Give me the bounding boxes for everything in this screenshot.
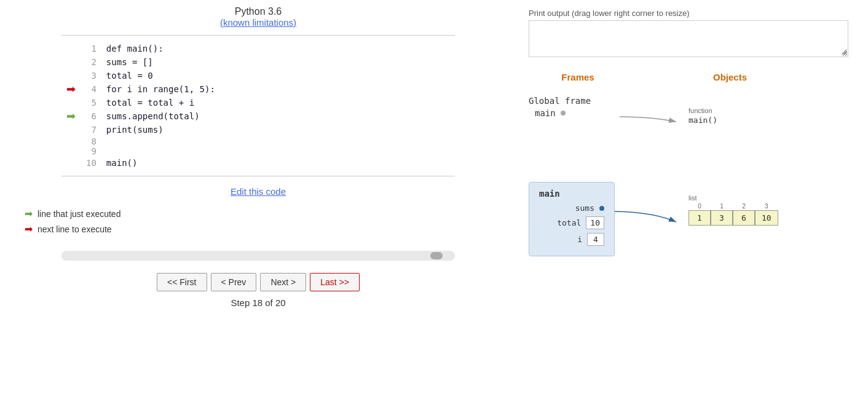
right-panel: Print output (drag lower right corner to…: [516, 0, 868, 394]
print-output-label: Print output (drag lower right corner to…: [529, 9, 868, 18]
sums-row: sums: [539, 203, 604, 213]
list-index-1: 1: [720, 203, 724, 210]
list-cell-3: 3 10: [755, 203, 778, 226]
code-line-5: total = total + i: [106, 96, 455, 109]
green-arrow-6: ➡: [66, 110, 76, 122]
line-num-2: 2: [80, 55, 106, 69]
code-row-8: 8: [61, 136, 455, 146]
code-line-6: sums.append(total): [106, 109, 455, 123]
legend: ➡ line that just executed ➡ next line to…: [25, 208, 120, 238]
green-arrow-icon: ➡: [25, 208, 33, 219]
main-frame-title: main: [539, 189, 604, 199]
line-num-7: 7: [80, 123, 106, 136]
i-row: i 4: [539, 233, 604, 246]
objects-header: Objects: [713, 72, 747, 82]
function-type-label: function: [688, 107, 717, 114]
code-line-1: def main():: [106, 42, 455, 55]
known-limitations-link[interactable]: (known limitations): [220, 17, 296, 28]
list-cell-2: 2 6: [733, 203, 755, 226]
arrow-col-3: [61, 69, 80, 82]
list-cell-0: 0 1: [688, 203, 711, 226]
scrollbar-thumb[interactable]: [430, 252, 443, 259]
red-arrow-4: ➡: [66, 83, 76, 95]
pointer-dot-gray: [561, 111, 566, 116]
i-var-value: 4: [587, 233, 604, 246]
function-object: function main(): [688, 107, 717, 125]
red-arrow-icon: ➡: [25, 223, 33, 235]
code-line-8: [106, 136, 455, 146]
list-val-3: 10: [755, 210, 778, 226]
line-num-8: 8: [80, 136, 106, 146]
line-num-1: 1: [80, 42, 106, 55]
frames-header: Frames: [561, 72, 594, 82]
function-name: main(): [688, 116, 717, 125]
list-index-0: 0: [698, 203, 701, 210]
global-frame-section: Global frame main: [529, 96, 591, 118]
code-line-2: sums = []: [106, 55, 455, 69]
code-table: 1def main():2 sums = []3 total = 0➡4 for…: [61, 42, 455, 170]
code-line-9: [106, 146, 455, 156]
total-var-name: total: [557, 218, 581, 227]
code-row-9: 9: [61, 146, 455, 156]
list-val-2: 6: [733, 210, 755, 226]
code-row-1: 1def main():: [61, 42, 455, 55]
scrollbar-track[interactable]: [61, 251, 455, 261]
arrow-col-2: [61, 55, 80, 69]
list-cell-1: 1 3: [711, 203, 733, 226]
legend-green-label: line that just executed: [37, 209, 120, 219]
list-val-1: 3: [711, 210, 733, 226]
code-area: 1def main():2 sums = []3 total = 0➡4 for…: [61, 35, 455, 176]
main-ref-row: main: [535, 108, 591, 118]
python-title: Python 3.6 (known limitations): [220, 6, 296, 28]
arrow-col-7: [61, 123, 80, 136]
print-output-box[interactable]: ◢: [529, 20, 848, 57]
code-line-7: print(sums): [106, 123, 455, 136]
code-row-6: ➡6 sums.append(total): [61, 109, 455, 123]
list-val-0: 1: [688, 210, 711, 226]
viz-container: Global frame main function main() main s…: [529, 90, 868, 262]
line-num-3: 3: [80, 69, 106, 82]
line-num-6: 6: [80, 109, 106, 123]
main-frame-box: main sums total 10 i 4: [529, 182, 615, 256]
arrow-col-9: [61, 146, 80, 156]
code-line-10: main(): [106, 156, 455, 170]
frames-objects-section: Frames Objects: [529, 72, 868, 262]
legend-green: ➡ line that just executed: [25, 208, 120, 219]
total-row: total 10: [539, 216, 604, 229]
arrow-col-4: ➡: [61, 82, 80, 96]
edit-code-link[interactable]: Edit this code: [231, 186, 286, 197]
line-num-9: 9: [80, 146, 106, 156]
code-row-7: 7 print(sums): [61, 123, 455, 136]
arrow-col-8: [61, 136, 80, 146]
list-type-label: list: [688, 194, 778, 202]
nav-buttons: << First < Prev Next > Last >>: [157, 273, 360, 291]
resize-icon: ◢: [841, 47, 846, 55]
code-line-4: for i in range(1, 5):: [106, 82, 455, 96]
prev-button[interactable]: < Prev: [211, 273, 257, 291]
arrow-col-1: [61, 42, 80, 55]
line-num-4: 4: [80, 82, 106, 96]
next-button[interactable]: Next >: [260, 273, 306, 291]
line-num-10: 10: [80, 156, 106, 170]
code-row-2: 2 sums = []: [61, 55, 455, 69]
first-button[interactable]: << First: [157, 273, 207, 291]
step-label: Step 18 of 20: [231, 297, 285, 308]
scrollbar-area[interactable]: [61, 251, 455, 261]
python-version: Python 3.6: [220, 6, 296, 17]
arrow-col-10: [61, 156, 80, 170]
line-num-5: 5: [80, 96, 106, 109]
legend-red: ➡ next line to execute: [25, 223, 120, 235]
i-var-name: i: [577, 235, 582, 244]
list-index-3: 3: [765, 203, 768, 210]
arrow-col-6: ➡: [61, 109, 80, 123]
main-var-label: main: [535, 108, 556, 118]
list-object: list 0 1 1 3 2 6: [688, 194, 778, 226]
legend-red-label: next line to execute: [37, 224, 112, 234]
last-button[interactable]: Last >>: [310, 273, 360, 291]
code-row-3: 3 total = 0: [61, 69, 455, 82]
total-var-value: 10: [586, 216, 604, 229]
global-frame-title: Global frame: [529, 96, 591, 106]
code-line-3: total = 0: [106, 69, 455, 82]
code-row-10: 10main(): [61, 156, 455, 170]
list-cells: 0 1 1 3 2 6 3 10: [688, 203, 778, 226]
